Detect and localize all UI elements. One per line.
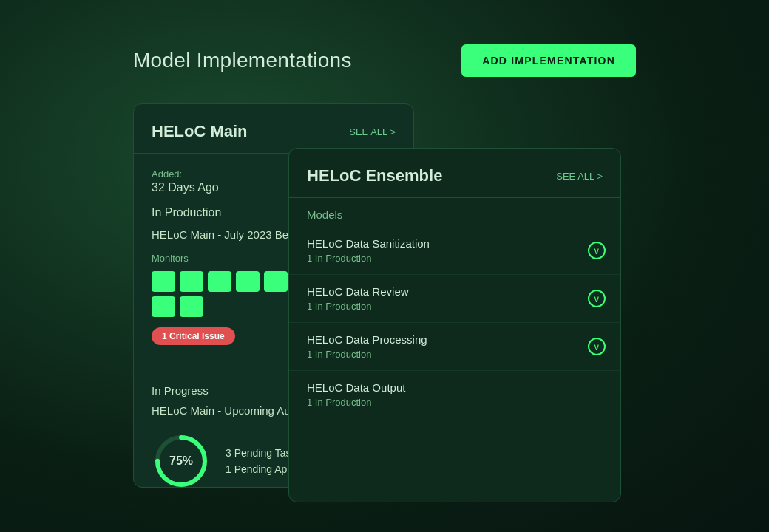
chevron-down-icon bbox=[588, 290, 606, 307]
cards-area: HELoC Main SEE ALL > Added: 32 Days Ago … bbox=[133, 103, 636, 488]
ensemble-row[interactable]: HELoC Data Review 1 In Production bbox=[289, 275, 620, 323]
ensemble-row[interactable]: HELoC Data Output 1 In Production bbox=[289, 371, 620, 418]
heloc-ensemble-card-title: HELoC Ensemble bbox=[307, 166, 442, 185]
heloc-ensemble-card-header: HELoC Ensemble SEE ALL > bbox=[289, 149, 620, 198]
heloc-ensemble-card: HELoC Ensemble SEE ALL > Models HELoC Da… bbox=[288, 148, 621, 502]
progress-ring-container: 75% bbox=[152, 432, 211, 488]
ensemble-row-status: 1 In Production bbox=[307, 349, 603, 360]
progress-percent: 75% bbox=[169, 454, 193, 468]
ensemble-row-name: HELoC Data Sanitization bbox=[307, 237, 603, 250]
chevron-down-icon bbox=[588, 338, 606, 355]
heloc-main-card-title: HELoC Main bbox=[152, 122, 248, 141]
ensemble-row-name: HELoC Data Review bbox=[307, 285, 603, 298]
heloc-ensemble-see-all-link[interactable]: SEE ALL > bbox=[556, 171, 603, 182]
page-header: Model Implementations ADD IMPLEMENTATION bbox=[133, 44, 636, 77]
ensemble-row[interactable]: HELoC Data Sanitization 1 In Production bbox=[289, 227, 620, 275]
monitor-dot bbox=[236, 271, 260, 292]
monitor-dot bbox=[152, 296, 175, 317]
models-section-label: Models bbox=[289, 198, 620, 227]
chevron-down-icon bbox=[588, 242, 606, 259]
add-implementation-button[interactable]: ADD IMPLEMENTATION bbox=[461, 44, 636, 77]
monitor-dot bbox=[180, 271, 203, 292]
ensemble-row-status: 1 In Production bbox=[307, 397, 603, 408]
monitor-dot bbox=[180, 296, 203, 317]
monitor-dot bbox=[264, 271, 288, 292]
ensemble-row-name: HELoC Data Processing bbox=[307, 333, 603, 346]
heloc-main-see-all-link[interactable]: SEE ALL > bbox=[349, 126, 396, 137]
ensemble-row-status: 1 In Production bbox=[307, 253, 603, 264]
monitor-dot bbox=[208, 271, 231, 292]
critical-issue-badge: 1 Critical Issue bbox=[152, 327, 235, 345]
heloc-main-card-header: HELoC Main SEE ALL > bbox=[134, 104, 413, 154]
page-title: Model Implementations bbox=[133, 49, 352, 72]
monitor-dot bbox=[152, 271, 175, 292]
ensemble-row-name: HELoC Data Output bbox=[307, 381, 603, 394]
ensemble-row-status: 1 In Production bbox=[307, 301, 603, 312]
ensemble-row[interactable]: HELoC Data Processing 1 In Production bbox=[289, 323, 620, 371]
